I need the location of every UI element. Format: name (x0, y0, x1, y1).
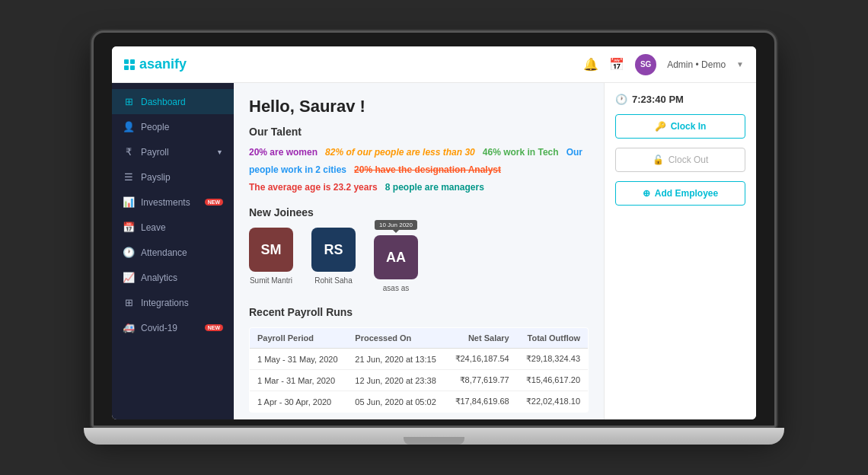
sidebar-item-investments[interactable]: 📊 Investments NEW (112, 190, 234, 215)
joinee-name: asas as (383, 284, 409, 292)
sidebar: ⊞ Dashboard 👤 People ₹ Payroll ▼ ☰ Pa (112, 83, 234, 419)
sidebar-item-label: Attendance (141, 247, 223, 258)
stat-managers: 8 people are managers (385, 182, 484, 193)
cell-outflow: ₹15,46,617.20 (517, 370, 589, 391)
cell-processed: 12 Jun, 2020 at 23:38 (347, 370, 445, 391)
clock-out-icon: 🔓 (653, 155, 664, 165)
dropdown-chevron-icon[interactable]: ▼ (736, 60, 744, 69)
greeting-text: Hello, Saurav ! (249, 97, 589, 116)
cell-outflow: ₹29,18,324.43 (517, 349, 589, 370)
joinee-item: RS Rohit Saha (311, 228, 356, 285)
people-icon: 👤 (123, 121, 135, 132)
investments-icon: 📊 (123, 196, 135, 208)
clock-out-label: Clock Out (669, 155, 709, 165)
attendance-icon: 🕐 (123, 247, 135, 258)
cell-processed: 21 Jun, 2020 at 13:15 (347, 349, 445, 370)
cell-net: ₹24,16,187.54 (446, 349, 517, 370)
clock-in-button[interactable]: 🔑 Clock In (615, 114, 745, 139)
new-badge: NEW (205, 324, 223, 331)
stat-workin: 46% work in Tech (483, 147, 559, 158)
clock-icon: 🕐 (615, 94, 627, 105)
joinee-date-badge: 10 Jun 2020 (375, 220, 417, 230)
content-area: Hello, Saurav ! Our Talent 20% are women… (234, 83, 604, 419)
stat-avgage: The average age is 23.2 years (249, 182, 378, 193)
analytics-icon: 📈 (123, 272, 135, 283)
payroll-title: Recent Payroll Runs (249, 306, 589, 318)
sidebar-item-label: Payroll (141, 147, 210, 158)
calendar-icon[interactable]: 📅 (609, 57, 624, 72)
clock-out-button[interactable]: 🔓 Clock Out (615, 148, 745, 172)
cell-net: ₹8,77,619.77 (446, 370, 517, 391)
cell-period: 1 May - 31 May, 2020 (250, 349, 348, 370)
joinees-row: SM Sumit Mantri RS Rohit Saha 10 Jun 202… (249, 228, 589, 292)
clock-in-label: Clock In (671, 121, 707, 132)
sidebar-item-attendance[interactable]: 🕐 Attendance (112, 240, 234, 265)
logo-text: asanify (139, 56, 187, 72)
stat-less30: 82% of our people are less than 30 (325, 147, 475, 158)
col-header-processed: Processed On (347, 328, 445, 349)
right-panel: 🕐 7:23:40 PM 🔑 Clock In 🔓 Clock Out ⊕ Ad… (604, 83, 756, 419)
add-employee-label: Add Employee (655, 188, 718, 199)
sidebar-item-label: Covid-19 (141, 323, 199, 333)
col-header-outflow: Total Outflow (517, 328, 589, 349)
sidebar-item-label: Leave (141, 222, 223, 233)
clock-in-icon: 🔑 (655, 121, 666, 132)
payroll-icon: ₹ (123, 146, 135, 158)
bell-icon[interactable]: 🔔 (583, 57, 598, 72)
clock-time: 7:23:40 PM (632, 94, 684, 105)
sidebar-item-label: Payslip (141, 172, 223, 183)
cell-period: 1 Apr - 30 Apr, 2020 (250, 391, 348, 413)
add-employee-button[interactable]: ⊕ Add Employee (615, 181, 745, 206)
sidebar-item-label: Investments (141, 197, 199, 208)
sidebar-item-dashboard[interactable]: ⊞ Dashboard (112, 89, 234, 114)
sidebar-item-payslip[interactable]: ☰ Payslip (112, 164, 234, 190)
sidebar-item-leave[interactable]: 📅 Leave (112, 215, 234, 240)
joinee-item: 10 Jun 2020 AA asas as (374, 228, 418, 292)
covid-icon: 🚑 (123, 322, 135, 333)
joinee-avatar: AA (374, 235, 418, 279)
table-row: 1 Apr - 30 Apr, 2020 05 Jun, 2020 at 05:… (250, 391, 589, 413)
chevron-down-icon: ▼ (216, 148, 223, 156)
sidebar-item-integrations[interactable]: ⊞ Integrations (112, 290, 234, 315)
sidebar-item-label: Dashboard (141, 97, 223, 107)
top-bar-right: 🔔 📅 SG Admin • Demo ▼ (583, 54, 744, 75)
dashboard-icon: ⊞ (123, 96, 135, 107)
payroll-table: Payroll Period Processed On Net Salary T… (249, 327, 589, 413)
stat-women: 20% are women (249, 147, 318, 158)
talent-title: Our Talent (249, 126, 589, 138)
leave-icon: 📅 (123, 222, 135, 233)
new-badge: NEW (205, 199, 223, 206)
joinee-name: Sumit Mantri (250, 276, 292, 285)
table-row: 1 Mar - 31 Mar, 2020 12 Jun, 2020 at 23:… (250, 370, 589, 391)
integrations-icon: ⊞ (123, 297, 135, 308)
sidebar-item-people[interactable]: 👤 People (112, 114, 234, 139)
sidebar-item-analytics[interactable]: 📈 Analytics (112, 265, 234, 290)
logo-area: asanify (124, 56, 187, 72)
cell-net: ₹17,84,619.68 (446, 391, 517, 413)
sidebar-item-label: Analytics (141, 273, 223, 283)
talent-stats: 20% are women 82% of our people are less… (249, 144, 589, 196)
main-layout: ⊞ Dashboard 👤 People ₹ Payroll ▼ ☰ Pa (112, 83, 756, 419)
joinee-item: SM Sumit Mantri (249, 228, 293, 285)
joinee-avatar: RS (311, 228, 356, 272)
avatar: SG (635, 54, 656, 75)
stat-analyst: 20% have the designation Analyst (354, 164, 501, 175)
new-joinees-title: New Joinees (249, 206, 589, 218)
add-icon: ⊕ (643, 188, 650, 199)
admin-label[interactable]: Admin • Demo (667, 59, 726, 70)
sidebar-item-label: Integrations (141, 298, 223, 308)
cell-outflow: ₹22,02,418.10 (517, 391, 589, 413)
cell-period: 1 Mar - 31 Mar, 2020 (250, 370, 348, 391)
col-header-period: Payroll Period (250, 328, 348, 349)
top-bar: asanify 🔔 📅 SG Admin • Demo ▼ (112, 46, 756, 83)
table-row: 1 May - 31 May, 2020 21 Jun, 2020 at 13:… (250, 349, 589, 370)
clock-display: 🕐 7:23:40 PM (615, 94, 745, 105)
logo-icon (124, 59, 135, 70)
joinee-avatar: SM (249, 228, 293, 272)
payslip-icon: ☰ (123, 171, 135, 183)
sidebar-item-covid19[interactable]: 🚑 Covid-19 NEW (112, 315, 234, 340)
sidebar-item-payroll[interactable]: ₹ Payroll ▼ (112, 139, 234, 164)
sidebar-item-label: People (141, 122, 223, 132)
col-header-net: Net Salary (446, 328, 517, 349)
cell-processed: 05 Jun, 2020 at 05:02 (347, 391, 445, 413)
